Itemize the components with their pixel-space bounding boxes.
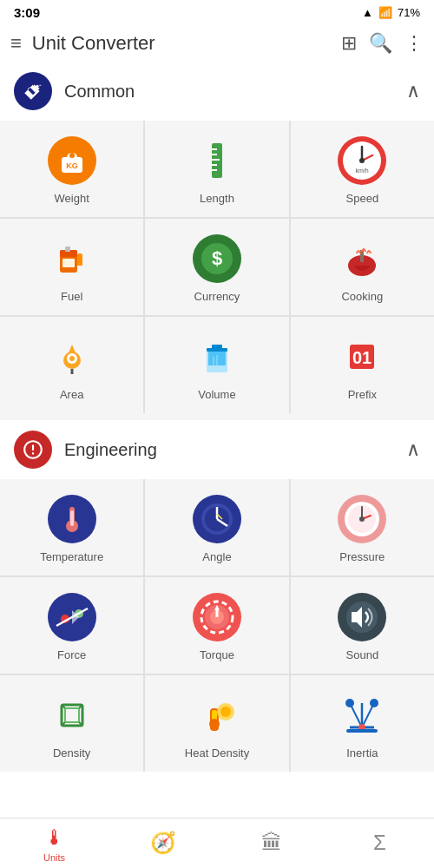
engineering-section-title: Engineering (64, 440, 394, 460)
nav-museum[interactable]: 🏛 (217, 819, 326, 868)
sound-label: Sound (346, 648, 379, 661)
svg-text:01: 01 (352, 348, 372, 367)
svg-point-13 (359, 158, 365, 163)
pressure-svg (338, 495, 386, 543)
svg-point-73 (209, 719, 220, 729)
cooking-icon (338, 234, 386, 283)
menu-icon[interactable]: ≡ (10, 32, 22, 55)
area-item[interactable]: Area (0, 317, 143, 413)
angle-item[interactable]: Angle (145, 479, 288, 575)
cooking-label: Cooking (341, 290, 383, 303)
svg-text:km/h: km/h (356, 168, 369, 174)
svg-rect-8 (212, 159, 220, 161)
volume-icon (193, 332, 241, 381)
fuel-label: Fuel (61, 290, 82, 303)
torque-label: Torque (200, 648, 234, 661)
currency-svg: $ (193, 234, 241, 283)
sound-item[interactable]: Sound (291, 577, 434, 674)
museum-icon: 🏛 (261, 831, 282, 855)
temperature-icon (48, 495, 96, 543)
heatdensity-item[interactable]: Heat Density (145, 675, 288, 772)
torque-svg (193, 593, 241, 641)
prefix-svg: 01 (338, 332, 386, 381)
svg-text:$: $ (212, 247, 222, 269)
svg-text:KG: KG (66, 161, 78, 170)
force-svg (48, 593, 96, 641)
prefix-icon: 01 (338, 332, 386, 381)
torque-item[interactable]: Torque (145, 577, 288, 674)
svg-rect-18 (77, 262, 82, 266)
density-icon (48, 691, 96, 740)
pressure-item[interactable]: Pressure (291, 479, 434, 575)
svg-point-29 (69, 356, 75, 361)
svg-rect-10 (212, 169, 217, 171)
search-icon[interactable]: 🔍 (369, 32, 392, 55)
area-label: Area (60, 388, 83, 401)
engineering-grid: Temperature Angle (0, 479, 434, 772)
fuel-svg (48, 234, 96, 283)
force-item[interactable]: Force (0, 577, 143, 674)
bottom-nav: 🌡 Units 🧭 🏛 Σ (0, 818, 434, 868)
engineering-chevron-icon[interactable]: ∧ (406, 438, 420, 461)
area-svg (48, 332, 96, 381)
units-icon: 🌡 (44, 825, 65, 850)
cooking-item[interactable]: Cooking (291, 219, 434, 315)
svg-rect-7 (212, 154, 217, 155)
svg-rect-20 (65, 247, 70, 252)
heatdensity-label: Heat Density (185, 746, 249, 760)
currency-icon: $ (193, 234, 241, 283)
grid-star-icon[interactable]: ⊞ (341, 32, 357, 55)
svg-rect-9 (212, 164, 217, 166)
inertia-item[interactable]: Inertia (291, 675, 434, 772)
density-item[interactable]: Density (0, 675, 143, 772)
svg-point-75 (220, 707, 231, 717)
status-icons: ▲ 📶 71% (362, 6, 420, 19)
svg-point-4 (69, 153, 75, 158)
common-chevron-icon[interactable]: ∧ (406, 80, 420, 102)
angle-icon (193, 495, 241, 543)
inertia-icon (338, 691, 386, 740)
svg-rect-6 (212, 148, 217, 150)
pressure-label: Pressure (339, 550, 385, 563)
nav-units[interactable]: 🌡 Units (0, 819, 108, 868)
status-time: 3:09 (14, 5, 40, 20)
app-title: Unit Converter (32, 32, 331, 55)
cooking-svg (338, 234, 386, 283)
nav-explore[interactable]: 🧭 (108, 819, 217, 868)
wifi-icon: ▲ (362, 6, 373, 19)
svg-point-81 (370, 699, 378, 707)
temperature-item[interactable]: Temperature (0, 479, 143, 575)
length-item[interactable]: Length (145, 121, 288, 217)
speed-icon: km/h (338, 136, 386, 185)
currency-item[interactable]: $ Currency (145, 219, 288, 315)
temperature-label: Temperature (40, 550, 103, 563)
fuel-item[interactable]: Fuel (0, 219, 143, 315)
angle-svg (193, 495, 241, 543)
pressure-icon (338, 495, 386, 543)
volume-label: Volume (198, 388, 235, 401)
speed-svg: km/h (338, 136, 386, 185)
svg-point-80 (345, 699, 354, 707)
engineering-avatar (14, 431, 52, 469)
section-divider (0, 413, 434, 420)
length-svg (193, 136, 241, 185)
svg-rect-42 (70, 510, 74, 526)
engineering-section-header[interactable]: Engineering ∧ (0, 420, 434, 479)
prefix-item[interactable]: 01 Prefix (291, 317, 434, 413)
density-svg (48, 691, 96, 740)
temperature-svg (48, 495, 96, 543)
heatdensity-icon (193, 691, 241, 740)
more-icon[interactable]: ⋮ (404, 32, 424, 55)
angle-label: Angle (202, 550, 231, 563)
force-label: Force (57, 648, 86, 661)
svg-rect-66 (65, 708, 79, 722)
fuel-icon (48, 234, 96, 283)
weight-item[interactable]: KG Weight (0, 121, 143, 217)
area-icon (48, 332, 96, 381)
nav-sigma[interactable]: Σ (326, 819, 434, 868)
svg-rect-83 (346, 729, 378, 733)
common-section-header[interactable]: Common ∧ (0, 62, 434, 121)
battery-icon: 71% (398, 6, 420, 19)
volume-item[interactable]: Volume (145, 317, 288, 413)
speed-item[interactable]: km/h Speed (291, 121, 434, 217)
